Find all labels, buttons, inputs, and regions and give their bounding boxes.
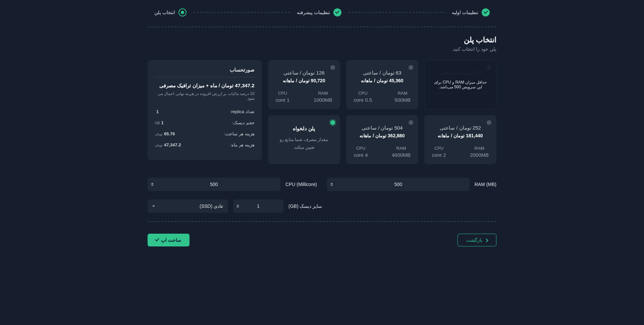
step-plan: انتخاب پلن (154, 8, 186, 16)
chevron-right-icon (485, 237, 488, 243)
spinner-icon[interactable] (236, 204, 239, 208)
summary-title: صورتحساب (155, 67, 255, 73)
spec-ram: 500MB (394, 97, 411, 103)
spec-ram: 1000MB (314, 97, 332, 103)
spec-label-ram: RAM (392, 146, 411, 151)
divider (148, 221, 496, 222)
create-app-button[interactable]: ساخت اپ (148, 234, 190, 246)
spec-cpu: 0.5 core (354, 97, 372, 103)
stepper: تنظیمات اولیه تنظیمات پیشرفته انتخاب پلن (148, 8, 496, 16)
step-label: تنظیمات اولیه (452, 10, 478, 15)
plan-disabled-overlay: حداقل میزان RAM و CPU برای این سرویس 500… (425, 60, 496, 109)
input-group-disk: سایز دیسک (GB) 1 عادی (SSD) (148, 199, 322, 213)
cpu-input[interactable]: 500 (148, 178, 280, 191)
spec-cpu: 4 core (354, 152, 368, 158)
step-initial: تنظیمات اولیه (452, 8, 490, 16)
plan-monthly: 90,720 تومان / ماهانه (276, 78, 332, 83)
summary-row-disk: حجم دیسک: 1GB (155, 120, 255, 125)
chevron-down-icon (152, 205, 155, 207)
spec-label-cpu: CPU (354, 91, 372, 96)
plan-custom-desc: مقدار مصرف شما منابع رو تعیین میکند. (276, 136, 332, 151)
check-icon (156, 237, 158, 243)
plan-card-3[interactable]: 126 تومان / ساعتی 90,720 تومان / ماهانه … (268, 60, 340, 109)
spec-ram: 2000MB (470, 152, 489, 158)
billing-summary: صورتحساب 47,347.2 تومان / ماه + میزان تر… (148, 60, 262, 160)
spec-label-ram: RAM (394, 91, 411, 96)
disk-input[interactable]: 1 (233, 199, 283, 213)
plan-card-5[interactable]: 504 تومان / ساعتی 362,880 تومان / ماهانه… (346, 115, 418, 164)
radio-icon (330, 65, 335, 70)
summary-subtext: 10 درصد مالیات بر ارزش افزوده در هزینه ن… (155, 91, 255, 101)
summary-row-replica: تعداد replica: 1 (155, 109, 255, 114)
radio-icon (409, 65, 413, 70)
spec-label-cpu: CPU (432, 146, 446, 151)
plan-hourly: 63 تومان / ساعتی (354, 70, 411, 76)
spec-label-cpu: CPU (354, 146, 368, 151)
plan-hourly: 126 تومان / ساعتی (276, 70, 332, 76)
input-group-cpu: CPU (Millicore) 500 (148, 178, 317, 191)
radio-icon (330, 120, 335, 125)
back-button[interactable]: بازگشت (458, 234, 496, 246)
spec-cpu: 2 core (432, 152, 446, 158)
ram-label: RAM (MB) (475, 182, 496, 187)
step-divider (348, 12, 445, 13)
plan-hourly: 252 تومان / ساعتی (432, 125, 489, 131)
page-title: انتخاب پلن (148, 36, 496, 44)
plan-card-2[interactable]: 63 تومان / ساعتی 45,360 تومان / ماهانه R… (346, 60, 418, 109)
check-icon (333, 8, 341, 16)
radio-icon (409, 120, 413, 125)
summary-headline: 47,347.2 تومان / ماه + میزان ترافیک مصرف… (155, 83, 255, 89)
step-advanced: تنظیمات پیشرفته (297, 8, 341, 16)
spec-cpu: 1 core (276, 97, 290, 103)
spec-label-cpu: CPU (276, 91, 290, 96)
plan-grid: 31.5 تومان / ساعتی RAM250MB CPU0.25 core… (268, 60, 496, 164)
divider (148, 27, 496, 27)
radio-icon (487, 120, 491, 125)
plan-card-custom[interactable]: پلن دلخواه مقدار مصرف شما منابع رو تعیین… (268, 115, 340, 164)
plan-card-4[interactable]: 252 تومان / ساعتی 181,440 تومان / ماهانه… (424, 115, 496, 164)
check-icon (482, 8, 490, 16)
plan-monthly: 45,360 تومان / ماهانه (354, 78, 411, 83)
step-label: تنظیمات پیشرفته (297, 10, 330, 15)
spec-label-ram: RAM (314, 91, 332, 96)
plan-monthly: 181,440 تومان / ماهانه (432, 133, 489, 138)
spinner-icon[interactable] (330, 183, 333, 186)
spinner-icon[interactable] (151, 183, 154, 186)
ram-input[interactable]: 500 (327, 178, 470, 191)
cpu-label: CPU (Millicore) (285, 182, 317, 187)
input-group-ram: RAM (MB) 500 (327, 178, 496, 191)
plan-monthly: 362,880 تومان / ماهانه (354, 133, 411, 138)
step-label: انتخاب پلن (154, 10, 175, 15)
plan-hourly: 504 تومان / ساعتی (354, 125, 411, 131)
plan-custom-title: پلن دلخواه (276, 126, 332, 132)
summary-row-monthly: هزینه هر ماه: 47,347.2تومان (155, 142, 255, 147)
disk-label: سایز دیسک (GB) (288, 203, 322, 209)
step-divider (193, 12, 290, 13)
spec-label-ram: RAM (470, 146, 489, 151)
page-subtitle: پلن خود را انتخاب کنید. (148, 46, 496, 52)
page-heading: انتخاب پلن پلن خود را انتخاب کنید. (148, 36, 496, 52)
summary-row-hourly: هزینه هر ساعت: 65.76تومان (155, 131, 255, 136)
disk-type-select[interactable]: عادی (SSD) (148, 199, 228, 213)
plan-card-1: 31.5 تومان / ساعتی RAM250MB CPU0.25 core… (424, 60, 496, 109)
spec-ram: 4000MB (392, 152, 411, 158)
current-step-icon (178, 8, 186, 16)
